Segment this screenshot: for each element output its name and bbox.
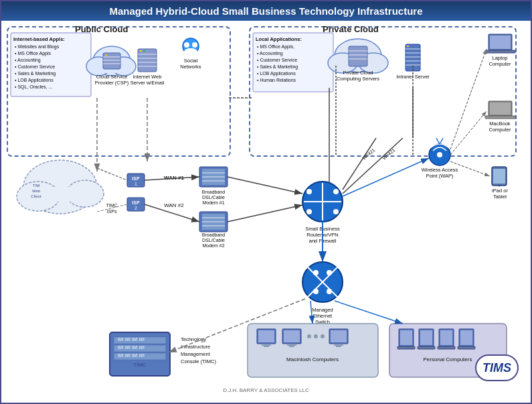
svg-line-190 (343, 138, 376, 190)
tims-logo-text: TIMS (482, 361, 511, 375)
svg-text:Wireless Access: Wireless Access (422, 167, 458, 173)
svg-text:TIMC: TIMC (133, 362, 147, 368)
svg-point-127 (313, 289, 319, 294)
copyright-bar: D.J.H. BARRY & ASSOCIATES LLC (1, 383, 531, 395)
svg-point-148 (314, 334, 318, 338)
page-title: Managed Hybrid-Cloud Small Business Tech… (1, 1, 531, 21)
svg-text:Laptop: Laptop (493, 55, 508, 61)
svg-text:ISPs: ISPs (107, 209, 117, 214)
svg-text:TIM: TIM (33, 184, 39, 188)
svg-point-133 (437, 152, 442, 157)
svg-text:• MS Office Appls: • MS Office Appls (15, 51, 52, 56)
svg-text:• LOB Applications: • LOB Applications (257, 71, 296, 76)
copyright-text: D.J.H. BARRY & ASSOCIATES LLC (223, 387, 309, 393)
svg-text:DSL/Cable: DSL/Cable (202, 195, 225, 200)
svg-text:Broadband: Broadband (202, 232, 225, 237)
svg-line-189 (343, 138, 403, 194)
svg-line-198 (335, 301, 403, 324)
svg-text:WI WI WI WI: WI WI WI WI (118, 337, 145, 342)
svg-point-128 (327, 289, 332, 294)
svg-text:• Sales & Marketing: • Sales & Marketing (15, 71, 56, 76)
svg-text:ISP: ISP (132, 176, 140, 181)
svg-text:Console (TIMC): Console (TIMC) (181, 358, 216, 364)
svg-point-126 (327, 270, 332, 275)
svg-point-149 (321, 334, 325, 338)
svg-point-33 (184, 42, 189, 48)
svg-rect-75 (493, 169, 505, 184)
svg-rect-82 (37, 187, 86, 202)
svg-point-76 (499, 185, 501, 187)
svg-rect-62 (407, 46, 409, 47)
svg-text:Infrastructure: Infrastructure (181, 344, 210, 350)
svg-rect-163 (440, 330, 452, 345)
svg-text:ISP: ISP (132, 200, 140, 205)
svg-rect-65 (490, 36, 511, 49)
svg-text:Cloud Service: Cloud Service (96, 74, 128, 80)
svg-rect-70 (490, 103, 511, 115)
svg-text:• Websites and Blogs: • Websites and Blogs (15, 44, 60, 50)
diagram-area: Public Cloud Private Cloud GlobalInterne… (1, 21, 531, 396)
svg-text:Ethernet: Ethernet (313, 313, 333, 319)
svg-text:WAN #2: WAN #2 (164, 202, 184, 208)
svg-text:WI/421: WI/421 (381, 147, 396, 161)
svg-rect-157 (400, 330, 412, 345)
svg-rect-66 (485, 50, 515, 53)
svg-rect-153 (336, 346, 341, 347)
svg-text:iPad or: iPad or (492, 188, 508, 194)
svg-line-183 (97, 168, 127, 180)
svg-text:Internet-based Appls:: Internet-based Appls: (13, 36, 65, 42)
svg-rect-141 (262, 344, 271, 346)
svg-text:Broadband: Broadband (202, 190, 225, 194)
svg-line-186 (228, 177, 302, 194)
svg-line-194 (450, 49, 486, 149)
svg-text:WI WI WI WI: WI WI WI WI (118, 345, 145, 350)
diagram-svg: Internet-based Appls: • Websites and Blo… (1, 21, 532, 396)
svg-text:• LOB Applications: • LOB Applications (15, 78, 54, 83)
svg-text:DSL/Cable: DSL/Cable (202, 238, 225, 243)
svg-line-134 (436, 138, 440, 144)
svg-line-135 (440, 138, 443, 144)
svg-point-117 (306, 209, 312, 214)
svg-text:Personal Computers: Personal Computers (424, 356, 472, 362)
svg-rect-71 (485, 116, 515, 119)
svg-rect-166 (460, 330, 472, 345)
svg-text:Social: Social (184, 58, 198, 64)
svg-rect-167 (458, 346, 475, 349)
svg-point-116 (333, 189, 339, 194)
svg-point-118 (333, 209, 339, 214)
svg-text:Computer: Computer (489, 61, 511, 67)
svg-text:Modem #2: Modem #2 (202, 243, 224, 248)
svg-text:1: 1 (135, 182, 137, 186)
svg-line-195 (450, 111, 486, 155)
svg-line-187 (228, 205, 302, 222)
svg-rect-152 (334, 344, 343, 346)
svg-text:Networks: Networks (180, 64, 201, 70)
svg-text:Computer: Computer (489, 127, 511, 133)
svg-rect-164 (438, 346, 455, 349)
svg-rect-146 (289, 346, 294, 347)
svg-text:• Accounting: • Accounting (15, 58, 41, 63)
svg-text:Provider (CSP): Provider (CSP) (95, 80, 129, 86)
main-container: Managed Hybrid-Cloud Small Business Tech… (0, 0, 532, 404)
svg-text:Managed: Managed (312, 307, 333, 313)
svg-text:• Customer Service: • Customer Service (15, 64, 55, 69)
svg-rect-142 (264, 346, 269, 347)
svg-text:Tablet: Tablet (493, 194, 507, 200)
svg-text:• SQL, Oracles, ...: • SQL, Oracles, ... (15, 84, 52, 90)
svg-point-147 (307, 334, 311, 338)
svg-rect-161 (418, 346, 435, 349)
svg-text:• Accounting: • Accounting (257, 51, 283, 56)
svg-rect-145 (287, 344, 296, 346)
svg-text:Client: Client (31, 194, 41, 198)
svg-text:• MS Office Appls,: • MS Office Appls, (257, 44, 294, 50)
svg-text:• Customer Service: • Customer Service (257, 58, 297, 62)
svg-text:Computing Servers: Computing Servers (337, 76, 379, 82)
svg-text:Management: Management (181, 351, 211, 357)
svg-rect-50 (349, 46, 367, 66)
svg-text:TIMC: TIMC (106, 203, 117, 208)
svg-rect-160 (420, 330, 432, 345)
svg-point-125 (313, 270, 319, 275)
svg-rect-20 (105, 54, 107, 56)
svg-rect-28 (140, 50, 142, 52)
svg-text:Internet Web: Internet Web (133, 74, 162, 80)
